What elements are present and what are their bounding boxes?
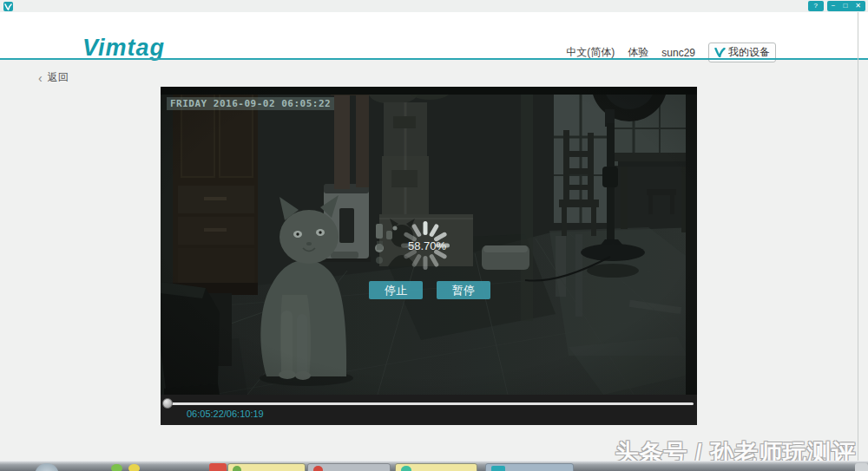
window-controls: ? − □ ✕ xyxy=(808,1,865,11)
username-link[interactable]: sunc29 xyxy=(661,47,695,59)
taskbar-window-3-icon xyxy=(401,466,411,471)
taskbar-window-2-icon xyxy=(313,466,323,471)
back-link[interactable]: ‹ 返回 xyxy=(38,70,69,85)
taskbar-window-4[interactable] xyxy=(485,463,574,471)
vimtag-v-icon xyxy=(714,48,726,57)
player-control-strip: 06:05:22/06:10:19 xyxy=(161,395,697,425)
window-border xyxy=(858,12,858,461)
video-player: FRIDAY 2016-09-02 06:05:22 58.70% 停止 暂停 … xyxy=(161,87,697,425)
window-button-group: − □ ✕ xyxy=(827,1,865,11)
taskbar-green-icon[interactable] xyxy=(111,464,122,471)
progress-bar[interactable] xyxy=(164,402,694,405)
close-button[interactable]: ✕ xyxy=(855,1,861,11)
taskbar-tray-corner[interactable] xyxy=(855,463,868,471)
pause-button[interactable]: 暂停 xyxy=(437,281,490,299)
osd-timestamp: FRIDAY 2016-09-02 06:05:22 xyxy=(167,97,334,110)
taskbar-window-3[interactable] xyxy=(395,463,477,471)
loading-percent: 58.70% xyxy=(392,239,462,252)
app-icon xyxy=(3,2,13,11)
taskbar-window-4-icon xyxy=(491,466,505,471)
progress-handle[interactable] xyxy=(162,398,173,409)
taskbar-window-1-icon xyxy=(233,466,241,471)
back-label: 返回 xyxy=(48,70,69,85)
time-display: 06:05:22/06:10:19 xyxy=(187,409,264,419)
maximize-button[interactable]: □ xyxy=(843,1,847,11)
minimize-button[interactable]: − xyxy=(832,1,836,11)
titlebar: ? − □ ✕ xyxy=(0,0,868,12)
help-button[interactable]: ? xyxy=(808,1,824,11)
stop-button[interactable]: 停止 xyxy=(369,281,423,299)
player-overlay-buttons: 停止 暂停 xyxy=(369,281,490,299)
taskbar-yellow-icon[interactable] xyxy=(128,464,140,471)
teal-divider xyxy=(0,58,868,60)
start-orb-icon[interactable] xyxy=(35,463,59,471)
taskbar-red-icon[interactable] xyxy=(209,463,227,471)
taskbar-window-1[interactable] xyxy=(227,463,306,471)
taskbar xyxy=(0,461,868,471)
taskbar-window-2[interactable] xyxy=(307,463,391,471)
header: Vimtag 中文(简体) 体验 sunc29 我的设备 xyxy=(0,12,868,58)
chevron-left-icon: ‹ xyxy=(38,73,43,83)
